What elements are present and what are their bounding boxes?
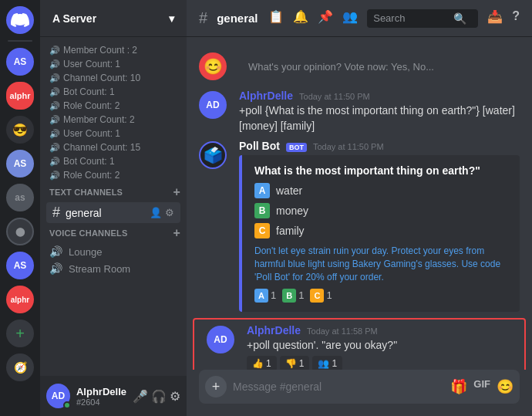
text-channels-label: TEXT CHANNELS (49, 188, 123, 197)
avatar-alphr: AD (199, 91, 227, 119)
reaction-thumbsdown[interactable]: 👎 1 (280, 356, 310, 370)
reaction-people[interactable]: 👥 1 (312, 356, 342, 370)
poll-letter-a: A (254, 183, 270, 198)
server-icon-1[interactable]: AS (6, 48, 34, 76)
emoji-icon[interactable]: 😊 (497, 378, 513, 395)
stat-text: Bot Count: 1 (63, 86, 115, 97)
stat-item: 🔊 Bot Count: 1 (46, 154, 180, 168)
message-input[interactable] (233, 380, 444, 393)
vote-item-c: C 1 (310, 289, 332, 303)
search-bar[interactable]: 🔍 (367, 9, 478, 28)
gif-icon[interactable]: GIF (473, 378, 490, 395)
voice-channel-name: Lounge (69, 246, 102, 258)
text-channels-header[interactable]: TEXT CHANNELS + (40, 182, 187, 202)
reaction-thumbsup[interactable]: 👍 1 (247, 356, 277, 370)
discord-home-button[interactable] (6, 6, 34, 34)
voice-channel-stream[interactable]: 🔊 Stream Room (40, 260, 187, 277)
stat-item: 🔊 Channel Count: 10 (46, 71, 180, 85)
attach-button[interactable]: + (205, 376, 227, 397)
message-group-1: AD AlphrDelle Today at 11:50 PM +poll {W… (187, 86, 532, 137)
help-icon[interactable]: ? (512, 9, 520, 28)
message-author-1: AlphrDelle (239, 90, 293, 102)
voice-channels-header[interactable]: VOICE CHANNELS + (40, 223, 187, 243)
add-channel-button[interactable]: + (173, 185, 180, 199)
server-name: A Server (52, 12, 96, 25)
speaker-icon: 🔊 (49, 143, 60, 153)
poll-embed: What is the most important thing on eart… (239, 155, 520, 311)
message-content-1: AlphrDelle Today at 11:50 PM +poll {What… (239, 90, 520, 134)
stat-text: Channel Count: 15 (63, 142, 140, 153)
user-settings-button[interactable]: ⚙ (170, 389, 180, 404)
server-header[interactable]: A Server ▾ (40, 0, 187, 37)
vote-item-b: B 1 (282, 289, 304, 303)
speaker-icon: 🔊 (49, 129, 60, 139)
notification-icon[interactable]: 🔔 (293, 9, 308, 28)
poll-letter-b: B (254, 203, 270, 218)
pin-icon[interactable]: 📌 (318, 9, 333, 28)
vote-letter-c: C (310, 289, 324, 303)
explore-button[interactable]: 🧭 (6, 353, 34, 381)
speaker-icon: 🔊 (49, 46, 60, 56)
people-count: 1 (332, 358, 337, 369)
vote-count-a: 1 (271, 289, 276, 301)
server-icon-round[interactable]: ⬤ (6, 218, 34, 245)
message-group-3: AD AlphrDelle Today at 11:58 PM +poll qu… (194, 321, 524, 370)
message-header-1: AlphrDelle Today at 11:50 PM (239, 90, 520, 102)
highlighted-messages-group: AD AlphrDelle Today at 11:58 PM +poll qu… (193, 318, 526, 370)
invite-icon[interactable]: 👤 (150, 207, 162, 218)
server-icon-as4[interactable]: AS (6, 252, 34, 279)
channel-list: 🔊 Member Count : 2 🔊 User Count: 1 🔊 Cha… (40, 37, 187, 376)
poll-option-text-c: family (276, 225, 305, 237)
inbox-icon[interactable]: 📥 (487, 9, 503, 28)
gift-icon[interactable]: 🎁 (450, 378, 467, 395)
poll-letter-c: C (254, 223, 270, 238)
channel-general[interactable]: # general 👤 ⚙ (46, 202, 180, 223)
server-icon-as2[interactable]: AS (6, 150, 34, 178)
voice-channels-label: VOICE CHANNELS (49, 228, 127, 238)
message-author-2: Poll Bot (239, 140, 280, 152)
user-avatar: AD (46, 384, 70, 408)
vote-letter-b: B (282, 289, 296, 303)
message-input-icons: 🎁 GIF 😊 (450, 378, 513, 395)
avatar-initials: AD (52, 391, 65, 401)
stat-item: 🔊 Channel Count: 15 (46, 140, 180, 154)
speaker-icon: 🔊 (49, 87, 60, 97)
add-voice-channel-button[interactable]: + (173, 226, 180, 240)
message-text-1: +poll {What is the most important thing … (239, 103, 520, 134)
deafen-button[interactable]: 🎧 (151, 389, 167, 404)
server-icon-as3[interactable]: as (6, 184, 34, 211)
poll-option-c: C family (254, 223, 507, 238)
stat-text: Role Count: 2 (63, 100, 120, 111)
mute-button[interactable]: 🎤 (133, 389, 148, 404)
main-content: # general 📋 🔔 📌 👥 🔍 📥 ? 😊 (187, 0, 532, 416)
settings-icon[interactable]: ⚙ (165, 207, 174, 218)
members-icon[interactable]: 👥 (342, 9, 358, 28)
stat-item: 🔊 Member Count: 2 (46, 113, 180, 127)
message-content-2: Poll Bot BOT Today at 11:50 PM What is t… (239, 140, 520, 311)
avatar-initials: AD (206, 100, 219, 110)
search-icon: 🔍 (453, 12, 466, 25)
search-input[interactable] (373, 12, 450, 24)
thumbsup-icon: 👍 (252, 358, 264, 369)
server-icon-alphr[interactable]: alphr (6, 82, 34, 110)
server-icon-alphr2[interactable]: alphr (6, 286, 34, 313)
voice-channel-name: Stream Room (69, 263, 130, 275)
reactions: 👍 1 👎 1 👥 1 (247, 356, 512, 370)
message-text-3: +poll question'. "are you okay?" (247, 338, 512, 353)
vote-count-c: 1 (326, 289, 332, 301)
bot-badge-1: BOT (286, 143, 307, 152)
message-group-2: 🗳️ Poll Bot BOT Today at 11:50 PM What i… (187, 137, 532, 314)
stat-text: Bot Count: 1 (63, 156, 115, 167)
add-server-button[interactable]: + (6, 320, 34, 347)
hashtag-icon[interactable]: 📋 (268, 9, 284, 28)
vote-count-b: 1 (298, 289, 304, 301)
chevron-down-icon: ▾ (169, 12, 174, 25)
voice-channel-lounge[interactable]: 🔊 Lounge (40, 243, 187, 260)
channel-hash-icon: # (199, 9, 207, 27)
vote-letter-a: A (254, 289, 268, 303)
server-icon-ts[interactable]: 😎 (6, 116, 34, 144)
user-discriminator: #2604 (76, 397, 126, 407)
stats-section: 🔊 Member Count : 2 🔊 User Count: 1 🔊 Cha… (40, 43, 187, 182)
stat-item: 🔊 Bot Count: 1 (46, 85, 180, 99)
speaker-icon: 🔊 (49, 171, 60, 181)
